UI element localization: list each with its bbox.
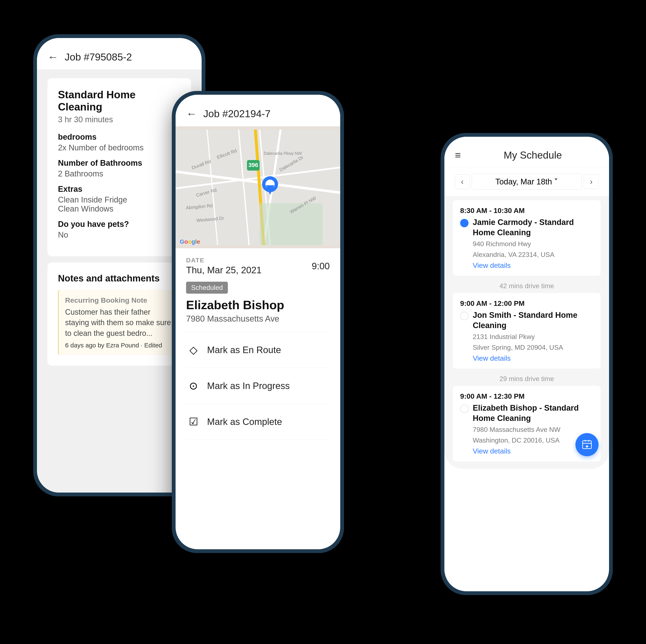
card-inner-3: Elizabeth Bishop - Standard Home Cleanin… bbox=[460, 403, 593, 455]
status-dot-3 bbox=[460, 405, 468, 413]
date-nav-label[interactable]: Today, Mar 18th ˅ bbox=[472, 174, 582, 190]
bedrooms-section: bedrooms 2x Number of bedrooms bbox=[58, 132, 181, 152]
pets-label: Do you have pets? bbox=[58, 220, 181, 229]
addr-1a: 940 Richmond Hwy bbox=[473, 240, 593, 248]
addr-1b: Alexandria, VA 22314, USA bbox=[473, 250, 593, 259]
action-divider-2 bbox=[186, 368, 330, 368]
phone1-header: ← Job #795085-2 bbox=[37, 38, 202, 70]
extras-label: Extras bbox=[58, 185, 181, 194]
action-in-progress[interactable]: ⊙ Mark as In Progress bbox=[186, 372, 330, 400]
phone3-header: ≡ My Schedule bbox=[444, 137, 609, 168]
pets-section: Do you have pets? No bbox=[58, 220, 181, 239]
note-label: Recurring Booking Note bbox=[65, 296, 174, 304]
in-progress-label: Mark as In Progress bbox=[207, 381, 290, 391]
phone2-body: DATE Thu, Mar 25, 2021 9:00 Scheduled El… bbox=[176, 248, 340, 452]
addr-2b: Silver Spring, MD 20904, USA bbox=[473, 343, 593, 352]
note-edited: · Edited bbox=[141, 342, 162, 349]
fab-button[interactable] bbox=[575, 433, 599, 456]
phone-2: ← Job #202194-7 bbox=[172, 91, 344, 553]
in-progress-icon: ⊙ bbox=[186, 379, 201, 393]
time-range-2: 9:00 AM - 12:00 PM bbox=[460, 299, 593, 308]
customer-1: Jamie Carmody - Standard Home Cleaning bbox=[473, 217, 593, 238]
bathrooms-section: Number of Bathrooms 2 Bathrooms bbox=[58, 158, 181, 178]
action-en-route[interactable]: ◇ Mark as En Route bbox=[186, 336, 330, 363]
action-complete[interactable]: ☑ Mark as Complete bbox=[186, 408, 330, 435]
status-dot-2 bbox=[460, 312, 468, 320]
phone1-title: Job #795085-2 bbox=[65, 51, 132, 63]
view-details-2[interactable]: View details bbox=[473, 354, 593, 362]
date-next-button[interactable]: › bbox=[584, 174, 599, 189]
customer-2: Jon Smith - Standard Home Cleaning bbox=[473, 310, 593, 331]
extras-section: Extras Clean Inside Fridge Clean Windows bbox=[58, 185, 181, 213]
schedule-card-1[interactable]: 8:30 AM - 10:30 AM Jamie Carmody - Stand… bbox=[453, 200, 601, 276]
hamburger-icon[interactable]: ≡ bbox=[455, 149, 461, 161]
date-prev-button[interactable]: ‹ bbox=[455, 174, 469, 189]
view-details-1[interactable]: View details bbox=[473, 261, 593, 270]
date-label: Today, Mar 18th bbox=[496, 177, 552, 186]
extras-value-1: Clean Inside Fridge bbox=[58, 195, 181, 204]
note-author: Ezra Pound bbox=[106, 342, 139, 349]
card-inner-2: Jon Smith - Standard Home Cleaning 2131 … bbox=[460, 310, 593, 362]
note-time: 6 days ago bbox=[65, 342, 96, 349]
date-chevron-icon: ˅ bbox=[554, 177, 558, 186]
schedule-card-2[interactable]: 9:00 AM - 12:00 PM Jon Smith - Standard … bbox=[453, 293, 601, 368]
date-nav: ‹ Today, Mar 18th ˅ › bbox=[444, 168, 609, 196]
view-details-3[interactable]: View details bbox=[473, 447, 593, 455]
note-text: Customer has their father staying with t… bbox=[65, 307, 174, 339]
phone3-title: My Schedule bbox=[467, 149, 599, 161]
en-route-label: Mark as En Route bbox=[207, 345, 281, 355]
complete-label: Mark as Complete bbox=[207, 417, 282, 427]
drive-time-2: 29 mins drive time bbox=[453, 372, 601, 386]
status-dot-1 bbox=[460, 219, 468, 227]
customer-3: Elizabeth Bishop - Standard Home Cleanin… bbox=[473, 403, 593, 424]
svg-text:Dalecarlia Pkwy NW: Dalecarlia Pkwy NW bbox=[264, 151, 302, 155]
google-logo: Google bbox=[180, 238, 200, 245]
map-area: Duvall Rd Ellicott Rd Carver Rd Abingdon… bbox=[176, 126, 340, 248]
date-row: DATE Thu, Mar 25, 2021 9:00 bbox=[186, 257, 330, 276]
phone2-back-button[interactable]: ← bbox=[186, 107, 197, 120]
addr-2a: 2131 Industrial Pkwy bbox=[473, 332, 593, 341]
action-divider-3 bbox=[186, 404, 330, 404]
schedule-info-3: Elizabeth Bishop - Standard Home Cleanin… bbox=[473, 403, 593, 455]
notes-card: Notes and attachments Recurring Booking … bbox=[47, 262, 191, 366]
phone-3: ≡ My Schedule ‹ Today, Mar 18th ˅ › 8:30… bbox=[441, 133, 613, 595]
time-range-1: 8:30 AM - 10:30 AM bbox=[460, 207, 593, 215]
bathrooms-label: Number of Bathrooms bbox=[58, 158, 181, 168]
note-item: Recurring Booking Note Customer has thei… bbox=[58, 290, 181, 355]
en-route-icon: ◇ bbox=[186, 343, 201, 357]
bedrooms-label: bedrooms bbox=[58, 132, 181, 141]
back-button[interactable]: ← bbox=[47, 50, 59, 63]
bedrooms-value: 2x Number of bedrooms bbox=[58, 143, 181, 152]
customer-address: 7980 Massachusetts Ave bbox=[186, 314, 330, 323]
notes-title: Notes and attachments bbox=[58, 273, 181, 284]
schedule-info-1: Jamie Carmody - Standard Home Cleaning 9… bbox=[473, 217, 593, 270]
date-value: Thu, Mar 25, 2021 bbox=[186, 265, 262, 276]
extras-value-2: Clean Windows bbox=[58, 204, 181, 213]
job-duration: 3 hr 30 minutes bbox=[58, 115, 181, 124]
phone2-title: Job #202194-7 bbox=[203, 108, 271, 119]
addr-3a: 7980 Massachusetts Ave NW bbox=[473, 425, 593, 434]
job-detail-card: Standard Home Cleaning 3 hr 30 minutes b… bbox=[47, 78, 191, 256]
date-block: DATE Thu, Mar 25, 2021 bbox=[186, 257, 262, 276]
complete-icon: ☑ bbox=[186, 414, 201, 429]
time-value: 9:00 bbox=[312, 261, 330, 272]
customer-name: Elizabeth Bishop bbox=[186, 298, 330, 312]
card-inner-1: Jamie Carmody - Standard Home Cleaning 9… bbox=[460, 217, 593, 270]
status-badge: Scheduled bbox=[186, 282, 228, 294]
note-meta: 6 days ago by Ezra Pound · Edited bbox=[65, 342, 174, 349]
schedule-list: 8:30 AM - 10:30 AM Jamie Carmody - Stand… bbox=[444, 196, 609, 469]
schedule-info-2: Jon Smith - Standard Home Cleaning 2131 … bbox=[473, 310, 593, 362]
drive-time-1: 42 mins drive time bbox=[453, 279, 601, 293]
pets-value: No bbox=[58, 230, 181, 239]
svg-text:396: 396 bbox=[248, 162, 258, 168]
phone2-header: ← Job #202194-7 bbox=[176, 95, 340, 126]
note-by: by bbox=[98, 342, 104, 349]
date-label: DATE bbox=[186, 257, 262, 264]
time-range-3: 9:00 AM - 12:30 PM bbox=[460, 392, 593, 400]
addr-3b: Washington, DC 20016, USA bbox=[473, 436, 593, 445]
bathrooms-value: 2 Bathrooms bbox=[58, 169, 181, 178]
job-name: Standard Home Cleaning bbox=[58, 89, 181, 113]
